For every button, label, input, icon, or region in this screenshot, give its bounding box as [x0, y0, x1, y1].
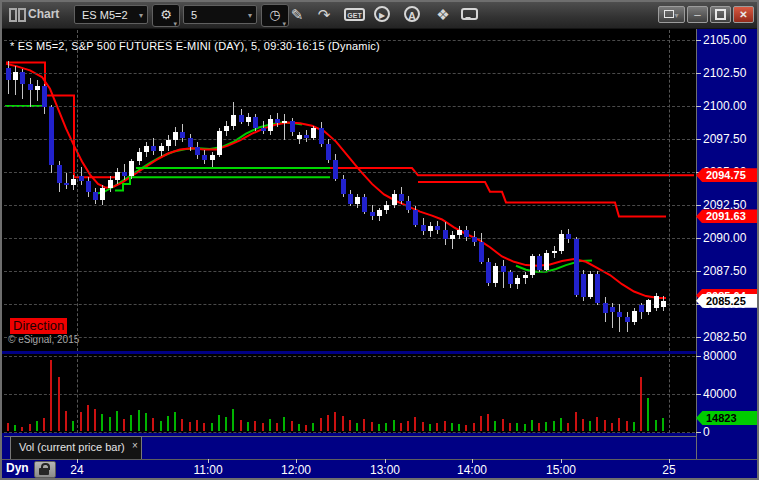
time-axis-label[interactable]: 14:00	[450, 463, 494, 477]
volume-gridline	[4, 432, 695, 433]
volume-bar	[225, 417, 227, 431]
volume-bar	[553, 421, 555, 431]
candle	[253, 117, 258, 129]
price-axis-label[interactable]: 2105.00	[703, 33, 746, 47]
price-gridline	[4, 337, 695, 338]
volume-bar	[436, 423, 438, 431]
volume-bar	[458, 424, 460, 431]
volume-bar	[211, 423, 213, 431]
volume-bar	[465, 425, 467, 431]
candle	[20, 72, 25, 84]
price-axis-label[interactable]: 2090.00	[703, 231, 746, 245]
candle	[362, 197, 367, 212]
candle	[282, 121, 287, 124]
candle	[79, 176, 84, 181]
lock-button[interactable]	[34, 461, 56, 478]
volume-bar	[429, 424, 431, 431]
candle	[129, 161, 134, 176]
candle-wick	[66, 173, 67, 189]
volume-axis-label[interactable]: 80000	[703, 349, 736, 363]
candle-wick	[37, 80, 38, 101]
volume-bar	[109, 417, 111, 431]
time-axis-label[interactable]: 25	[647, 463, 691, 477]
price-gridline	[4, 304, 695, 305]
volume-bar	[116, 411, 118, 431]
volume-bar	[487, 414, 489, 431]
candle	[603, 303, 608, 314]
candle	[268, 119, 273, 131]
volume-bar	[604, 420, 606, 431]
volume-bar	[50, 360, 52, 431]
price-axis-label[interactable]: 2097.50	[703, 132, 746, 146]
candle-wick	[263, 121, 264, 134]
volume-bar	[633, 422, 635, 431]
price-axis-tick	[696, 205, 701, 206]
time-axis-label[interactable]: 13:00	[363, 463, 407, 477]
volume-bar	[509, 423, 511, 431]
volume-bar	[356, 423, 358, 431]
price-axis-tick	[696, 337, 701, 338]
volume-bar	[189, 422, 191, 431]
volume-axis-label[interactable]: 0	[703, 425, 710, 439]
time-axis-label[interactable]: 12:00	[274, 463, 318, 477]
candle	[595, 274, 600, 303]
close-icon[interactable]: ×	[132, 435, 138, 456]
volume-bar	[342, 416, 344, 431]
candle	[384, 205, 389, 210]
volume-bar	[160, 421, 162, 431]
direction-indicator-label: Direction	[10, 318, 67, 334]
volume-bar	[181, 419, 183, 431]
candle	[544, 253, 549, 270]
volume-bar	[174, 412, 176, 431]
candle	[188, 138, 193, 147]
volume-bar	[589, 421, 591, 431]
price-axis-label[interactable]: 2102.50	[703, 66, 746, 80]
price-axis-label[interactable]: 2087.50	[703, 264, 746, 278]
volume-bar	[545, 422, 547, 431]
price-axis-label[interactable]: 2100.00	[703, 99, 746, 113]
candle	[610, 307, 615, 312]
volume-bar	[538, 423, 540, 431]
time-axis-label[interactable]: 11:00	[186, 463, 230, 477]
price-gridline	[4, 40, 695, 41]
candle	[311, 128, 316, 137]
session-break-line	[669, 30, 670, 351]
price-axis-label[interactable]: 2082.50	[703, 330, 746, 344]
volume-bar	[363, 419, 365, 431]
candle-wick	[284, 114, 285, 140]
tab-volume-study[interactable]: Vol (current price bar) ×	[10, 436, 142, 459]
candle	[355, 197, 360, 204]
price-axis-tick	[696, 238, 701, 239]
candle	[137, 152, 142, 161]
volume-bar	[516, 423, 518, 432]
volume-bar	[378, 424, 380, 431]
chart-stage[interactable]: * ES M5=2, S&P 500 FUTURES E-MINI (DAY),…	[2, 2, 757, 478]
volume-bar	[80, 412, 82, 431]
candle	[515, 278, 520, 285]
volume-bar	[560, 418, 562, 431]
price-axis-tick	[696, 73, 701, 74]
candle	[93, 192, 98, 200]
candle	[122, 172, 127, 176]
candle	[472, 237, 477, 242]
candle	[159, 146, 164, 151]
price-axis-tick	[696, 106, 701, 107]
time-axis-label[interactable]: 24	[55, 463, 99, 477]
volume-bar	[473, 423, 475, 432]
volume-bar	[43, 418, 45, 431]
volume-axis-label[interactable]: 40000	[703, 387, 736, 401]
volume-bar	[385, 423, 387, 432]
volume-bar	[283, 417, 285, 431]
candle	[646, 300, 651, 312]
candle	[421, 225, 426, 232]
volume-bar	[618, 418, 620, 431]
volume-bar	[320, 418, 322, 431]
volume-bar	[36, 421, 38, 431]
price-gridline	[4, 238, 695, 239]
tab-label: Vol (current price bar)	[19, 441, 125, 453]
session-break-line	[77, 30, 78, 351]
candle	[173, 132, 178, 140]
volume-bar	[123, 419, 125, 431]
candle-wick	[452, 231, 453, 248]
time-axis-label[interactable]: 15:00	[539, 463, 583, 477]
